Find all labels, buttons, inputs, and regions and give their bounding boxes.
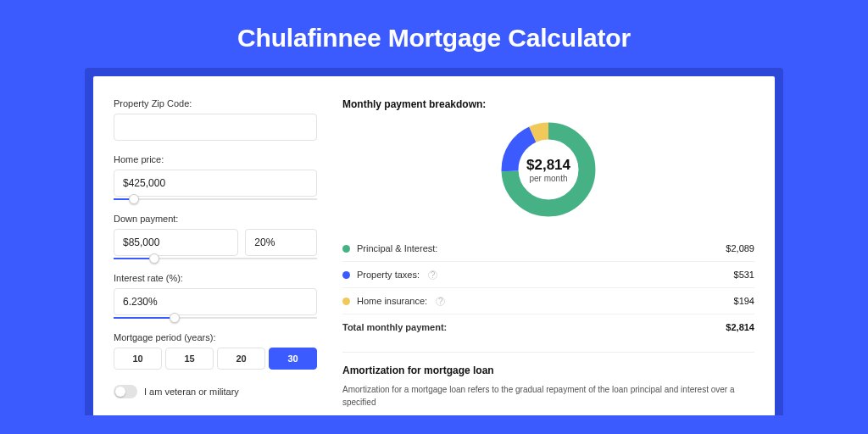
- form-panel: Property Zip Code: Home price: Down paym…: [114, 98, 317, 415]
- veteran-toggle[interactable]: [114, 385, 137, 398]
- legend-label: Principal & Interest:: [357, 243, 437, 253]
- breakdown-panel: Monthly payment breakdown: $2,814 per mo…: [342, 98, 754, 415]
- period-group: Mortgage period (years): 10152030: [114, 332, 317, 370]
- zip-input[interactable]: [114, 114, 317, 141]
- total-row: Total monthly payment: $2,814: [342, 314, 754, 340]
- legend-row: Principal & Interest:$2,089: [342, 236, 754, 262]
- legend-label: Home insurance:: [357, 296, 427, 306]
- slider-fill: [114, 258, 154, 259]
- interest-rate-input[interactable]: [114, 288, 317, 315]
- down-payment-pct-input[interactable]: [245, 229, 317, 256]
- total-value: $2,814: [726, 322, 754, 332]
- down-payment-group: Down payment:: [114, 214, 317, 259]
- total-label: Total monthly payment:: [342, 322, 447, 332]
- down-payment-slider[interactable]: [114, 258, 317, 259]
- slider-thumb[interactable]: [129, 194, 139, 204]
- card-shadow: Property Zip Code: Home price: Down paym…: [85, 68, 783, 415]
- donut-value: $2,814: [526, 157, 570, 174]
- slider-thumb[interactable]: [149, 253, 159, 264]
- home-price-input[interactable]: [114, 170, 317, 197]
- legend-left: Property taxes:?: [342, 270, 437, 280]
- amortization-section: Amortization for mortgage loan Amortizat…: [342, 352, 754, 409]
- home-price-label: Home price:: [114, 154, 317, 164]
- legend-left: Principal & Interest:: [342, 243, 437, 253]
- period-button-30[interactable]: 30: [269, 348, 317, 370]
- donut-chart: $2,814 per month: [498, 119, 599, 220]
- veteran-row: I am veteran or military: [114, 385, 317, 398]
- legend: Principal & Interest:$2,089Property taxe…: [342, 236, 754, 314]
- down-payment-label: Down payment:: [114, 214, 317, 224]
- legend-dot: [342, 245, 350, 253]
- amortization-text: Amortization for a mortgage loan refers …: [342, 383, 754, 409]
- interest-rate-slider[interactable]: [114, 317, 317, 319]
- page-title: Chulafinnee Mortgage Calculator: [0, 0, 868, 68]
- legend-left: Home insurance:?: [342, 296, 445, 306]
- home-price-slider[interactable]: [114, 198, 317, 200]
- down-payment-input[interactable]: [114, 229, 238, 256]
- legend-value: $194: [734, 296, 754, 306]
- period-button-20[interactable]: 20: [217, 348, 265, 370]
- legend-value: $2,089: [726, 243, 754, 253]
- calculator-card: Property Zip Code: Home price: Down paym…: [93, 76, 775, 415]
- period-button-15[interactable]: 15: [165, 348, 214, 370]
- period-buttons: 10152030: [114, 348, 317, 370]
- info-icon[interactable]: ?: [436, 297, 445, 306]
- legend-row: Home insurance:?$194: [342, 288, 754, 314]
- veteran-label: I am veteran or military: [144, 387, 239, 397]
- info-icon[interactable]: ?: [428, 270, 437, 280]
- home-price-group: Home price:: [114, 154, 317, 200]
- legend-row: Property taxes:?$531: [342, 262, 754, 288]
- legend-dot: [342, 298, 350, 305]
- amortization-title: Amortization for mortgage loan: [342, 364, 754, 376]
- zip-label: Property Zip Code:: [114, 98, 317, 108]
- breakdown-title: Monthly payment breakdown:: [342, 98, 754, 110]
- period-button-10[interactable]: 10: [114, 348, 162, 370]
- donut-wrap: $2,814 per month: [342, 119, 754, 220]
- donut-sub: per month: [529, 174, 567, 183]
- donut-center: $2,814 per month: [498, 119, 599, 220]
- interest-rate-label: Interest rate (%):: [114, 273, 317, 283]
- interest-rate-group: Interest rate (%):: [114, 273, 317, 319]
- period-label: Mortgage period (years):: [114, 332, 317, 342]
- slider-fill: [114, 317, 175, 319]
- toggle-knob: [115, 387, 125, 397]
- legend-dot: [342, 271, 350, 279]
- zip-group: Property Zip Code:: [114, 98, 317, 141]
- slider-thumb[interactable]: [170, 313, 180, 323]
- legend-label: Property taxes:: [357, 270, 420, 280]
- legend-value: $531: [734, 270, 754, 280]
